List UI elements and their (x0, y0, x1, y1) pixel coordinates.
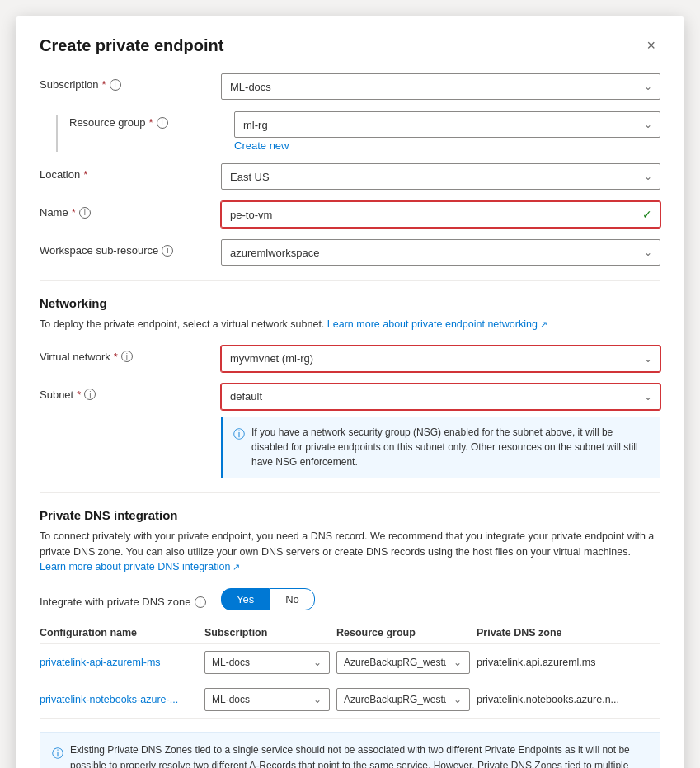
networking-description: To deploy the private endpoint, select a… (40, 317, 660, 332)
resource-group-info-icon[interactable]: i (157, 117, 168, 129)
resource-group-select[interactable]: ml-rg (234, 111, 660, 138)
dns-col-zone-header: Private DNS zone (477, 622, 660, 644)
virtual-network-select[interactable]: myvmvnet (ml-rg) (221, 346, 660, 372)
divider-2 (40, 492, 660, 493)
create-private-endpoint-dialog: Create private endpoint × Subscription *… (16, 16, 684, 768)
location-control: East US ⌄ (221, 163, 660, 190)
dns-resource-group-cell: AzureBackupRG_westus_1⌄ (336, 644, 477, 681)
integrate-dns-row: Integrate with private DNS zone i Yes No (40, 588, 660, 610)
name-required: * (72, 206, 76, 219)
dns-config-cell: privatelink-notebooks-azure-... (40, 681, 204, 719)
virtual-network-select-wrapper: myvmvnet (ml-rg) ⌄ (221, 346, 660, 372)
workspace-sub-resource-label: Workspace sub-resource i (40, 239, 221, 257)
dialog-title: Create private endpoint (40, 36, 223, 55)
dns-section-title: Private DNS integration (40, 508, 660, 522)
name-label: Name * i (40, 201, 221, 219)
location-label: Location * (40, 163, 221, 181)
name-info-icon[interactable]: i (79, 207, 91, 219)
dns-config-cell: privatelink-api-azureml-ms (40, 644, 204, 681)
dns-subscription-cell: ML-docs⌄ (204, 644, 336, 681)
resource-group-required: * (149, 116, 153, 129)
dns-subscription-select-wrapper: ML-docs⌄ (204, 688, 330, 711)
dialog-header: Create private endpoint × (40, 36, 660, 55)
create-new-link[interactable]: Create new (234, 139, 660, 152)
name-control: ✓ (221, 201, 660, 228)
subnet-row: Subnet * i default ⌄ ⓘ If you have a net… (40, 384, 660, 478)
dns-zone-cell: privatelink.api.azureml.ms (477, 644, 660, 681)
dns-zone-cell: privatelink.notebooks.azure.n... (477, 681, 660, 719)
dns-toggle-yes[interactable]: Yes (221, 588, 270, 610)
virtual-network-label: Virtual network * i (40, 346, 221, 363)
integrate-dns-control: Yes No (221, 588, 660, 610)
dns-subscription-cell: ML-docs⌄ (204, 681, 336, 719)
subscription-row: Subscription * i ML-docs ⌄ (40, 73, 660, 100)
subnet-info-box: ⓘ If you have a network security group (… (221, 417, 660, 478)
subnet-required: * (77, 389, 81, 401)
virtual-network-control: myvmvnet (ml-rg) ⌄ (221, 346, 660, 372)
resource-group-select-wrapper: ml-rg ⌄ (234, 111, 660, 138)
dns-col-rg-header: Resource group (336, 622, 477, 644)
integrate-dns-label: Integrate with private DNS zone i (40, 591, 221, 608)
dns-resource-group-select-wrapper: AzureBackupRG_westus_1⌄ (336, 651, 470, 674)
resource-group-control: ml-rg ⌄ Create new (234, 111, 660, 152)
workspace-sub-resource-row: Workspace sub-resource i azuremlworkspac… (40, 239, 660, 266)
dns-toggle-no[interactable]: No (270, 588, 315, 610)
virtual-network-info-icon[interactable]: i (121, 351, 133, 362)
dns-learn-more-link[interactable]: Learn more about private DNS integration (40, 561, 240, 572)
subnet-info-icon-circle: ⓘ (233, 426, 245, 469)
location-row: Location * East US ⌄ (40, 163, 660, 190)
workspace-sub-resource-select-wrapper: azuremlworkspace ⌄ (221, 239, 660, 266)
virtual-network-row: Virtual network * i myvmvnet (ml-rg) ⌄ (40, 346, 660, 372)
dns-col-sub-header: Subscription (204, 622, 336, 644)
dns-table-row: privatelink-notebooks-azure-...ML-docs⌄A… (40, 681, 660, 719)
workspace-sub-resource-control: azuremlworkspace ⌄ (221, 239, 660, 266)
dns-resource-group-select[interactable]: AzureBackupRG_westus_1 (336, 651, 470, 674)
warning-info-icon: ⓘ (52, 744, 63, 768)
subscription-control: ML-docs ⌄ (221, 73, 660, 100)
dns-subscription-select[interactable]: ML-docs (204, 688, 330, 711)
dns-toggle-group: Yes No (221, 588, 660, 610)
networking-learn-more-link[interactable]: Learn more about private endpoint networ… (327, 318, 547, 330)
resource-group-label: Resource group * i (69, 111, 234, 129)
close-button[interactable]: × (641, 36, 660, 54)
indent-line (56, 115, 58, 152)
workspace-sub-resource-info-icon[interactable]: i (162, 245, 173, 257)
subnet-control: default ⌄ ⓘ If you have a network securi… (221, 384, 660, 478)
dns-table-header-row: Configuration name Subscription Resource… (40, 622, 660, 644)
workspace-sub-resource-select[interactable]: azuremlworkspace (221, 239, 660, 266)
dns-resource-group-select-wrapper: AzureBackupRG_westus_1⌄ (336, 688, 470, 711)
subnet-label: Subnet * i (40, 384, 221, 401)
subscription-label: Subscription * i (40, 73, 221, 91)
subscription-required: * (102, 78, 106, 91)
location-required: * (83, 168, 87, 181)
subscription-info-icon[interactable]: i (110, 79, 121, 91)
dns-warning-box: ⓘ Existing Private DNS Zones tied to a s… (40, 732, 660, 768)
subnet-info-message: If you have a network security group (NS… (251, 425, 651, 469)
name-input[interactable] (221, 201, 660, 228)
subscription-select[interactable]: ML-docs (221, 73, 660, 100)
subnet-select[interactable]: default (221, 384, 660, 410)
subnet-info-icon[interactable]: i (84, 389, 96, 400)
dns-resource-group-select[interactable]: AzureBackupRG_westus_1 (336, 688, 470, 711)
dns-resource-group-cell: AzureBackupRG_westus_1⌄ (336, 681, 477, 719)
location-select[interactable]: East US (221, 163, 660, 190)
virtual-network-required: * (114, 351, 118, 363)
networking-section-title: Networking (40, 296, 660, 310)
resource-group-row: Resource group * i ml-rg ⌄ Create new (40, 111, 660, 152)
name-input-wrapper: ✓ (221, 201, 660, 228)
name-row: Name * i ✓ (40, 201, 660, 228)
dns-warning-message: Existing Private DNS Zones tied to a sin… (70, 742, 648, 768)
dns-table: Configuration name Subscription Resource… (40, 622, 660, 719)
dns-subscription-select-wrapper: ML-docs⌄ (204, 651, 330, 674)
location-select-wrapper: East US ⌄ (221, 163, 660, 190)
dns-table-row: privatelink-api-azureml-msML-docs⌄AzureB… (40, 644, 660, 681)
divider-1 (40, 280, 660, 281)
dns-description: To connect privately with your private e… (40, 529, 660, 575)
dns-col-config-header: Configuration name (40, 622, 204, 644)
dns-subscription-select[interactable]: ML-docs (204, 651, 330, 674)
name-valid-checkmark-icon: ✓ (642, 208, 652, 221)
integrate-dns-info-icon[interactable]: i (195, 596, 206, 608)
subscription-select-wrapper: ML-docs ⌄ (221, 73, 660, 100)
subnet-select-wrapper: default ⌄ (221, 384, 660, 410)
